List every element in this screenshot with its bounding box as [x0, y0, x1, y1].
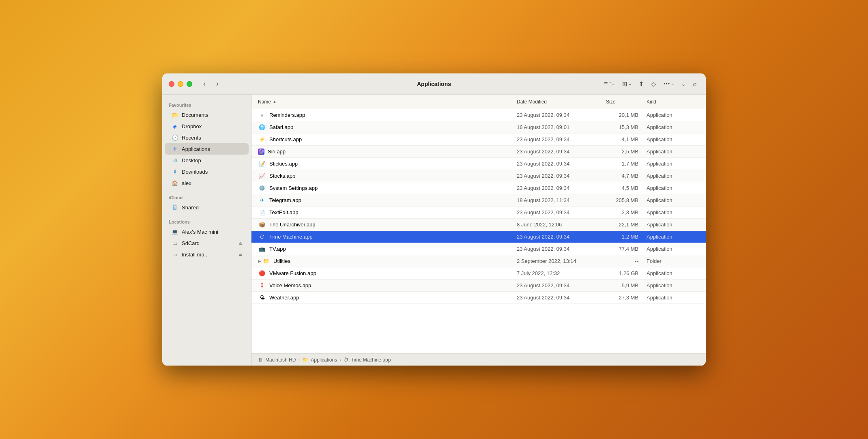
sidebar-item-label: Applications [182, 146, 210, 152]
file-kind: Application [647, 209, 699, 215]
file-icon: ⚙️ [258, 184, 266, 192]
file-date: 18 August 2022, 11:34 [517, 197, 606, 203]
col-kind-header[interactable]: Kind [647, 99, 699, 105]
sidebar-item-label: Documents [182, 112, 208, 118]
file-name: Weather.app [269, 295, 517, 301]
file-name: System Settings.app [269, 185, 517, 191]
sdcard-icon: ▭ [171, 239, 178, 247]
share-icon: ⬆ [639, 80, 644, 88]
close-button[interactable] [169, 81, 174, 87]
expand-arrow-icon[interactable]: ▶ [258, 259, 261, 263]
file-size: 1,7 MB [606, 161, 647, 167]
table-row[interactable]: 🎙 Voice Memos.app 23 August 2022, 09:34 … [251, 280, 706, 292]
table-row[interactable]: ≡ Reminders.app 23 August 2022, 09:34 20… [251, 109, 706, 121]
file-name: Siri.app [268, 148, 517, 155]
col-size-header[interactable]: Size [606, 99, 647, 105]
sidebar-item-applications[interactable]: ✈ Applications [165, 143, 249, 155]
file-size: 4,7 MB [606, 173, 647, 179]
table-row[interactable]: ⚡ Shortcuts.app 23 August 2022, 09:34 4,… [251, 133, 706, 146]
locations-label: Locations [162, 216, 251, 226]
file-name: Time Machine.app [269, 234, 517, 240]
file-icon: 🎙 [258, 282, 266, 290]
tag-icon: ◇ [651, 80, 656, 88]
recents-icon: 🕐 [171, 134, 178, 141]
toolbar-actions: ≡ ⌃⌄ ⊞ ⌄ ⬆ ◇ ••• ⌄ ⌄ ⌕ [602, 78, 699, 90]
file-size: 4,5 MB [606, 185, 647, 191]
back-button[interactable]: ‹ [199, 78, 210, 90]
table-row[interactable]: 🔮 Siri.app 23 August 2022, 09:34 2,5 MB … [251, 146, 706, 158]
file-icon: 📄 [258, 209, 266, 217]
file-kind: Application [647, 161, 699, 167]
sidebar-item-recents[interactable]: 🕐 Recents [165, 132, 249, 143]
table-row[interactable]: 📈 Stocks.app 23 August 2022, 09:34 4,7 M… [251, 170, 706, 182]
file-date: 23 August 2022, 09:34 [517, 161, 606, 167]
table-row[interactable]: 📦 The Unarchiver.app 8 June 2022, 12:06 … [251, 219, 706, 231]
file-size: 2,3 MB [606, 209, 647, 215]
file-date: 16 August 2022, 09:01 [517, 124, 606, 130]
file-kind: Application [647, 112, 699, 118]
col-date-header[interactable]: Date Modified [517, 99, 606, 105]
file-date: 23 August 2022, 09:34 [517, 234, 606, 240]
more-button[interactable]: ••• ⌄ [661, 78, 677, 90]
file-kind: Application [647, 270, 699, 276]
file-size: 5,9 MB [606, 282, 647, 288]
col-name-header[interactable]: Name ▲ [258, 99, 517, 105]
applications-icon: ✈ [171, 145, 178, 153]
sidebar-item-shared[interactable]: 🗄 Shared [165, 202, 249, 213]
sidebar-item-label: SdCard [182, 240, 200, 246]
desktop-icon: 🖥 [171, 157, 178, 164]
file-size: 22,1 MB [606, 222, 647, 228]
list-view-button[interactable]: ≡ ⌃⌄ [602, 78, 617, 90]
forward-button[interactable]: › [212, 78, 223, 90]
sidebar-item-downloads[interactable]: ⬇ Downloads [165, 166, 249, 177]
sidebar-item-label: Downloads [182, 169, 208, 175]
eject-install-icon[interactable]: ⏏ [238, 252, 242, 257]
table-row[interactable]: 🔴 VMware Fusion.app 7 July 2022, 12:32 1… [251, 267, 706, 280]
file-kind: Application [647, 185, 699, 191]
table-row[interactable]: ▶ 📁 Utilities 2 September 2022, 13:14 --… [251, 255, 706, 267]
file-size: 20,1 MB [606, 112, 647, 118]
file-kind: Application [647, 282, 699, 288]
favourites-label: Favourites [162, 99, 251, 109]
sort-button[interactable]: ⌄ [679, 78, 688, 90]
file-date: 23 August 2022, 09:34 [517, 185, 606, 191]
file-name: Reminders.app [269, 112, 517, 118]
file-kind: Application [647, 246, 699, 252]
back-icon: ‹ [203, 80, 206, 88]
share-button[interactable]: ⬆ [636, 78, 647, 90]
file-icon: ✈ [258, 196, 266, 204]
grid-view-button[interactable]: ⊞ ⌄ [620, 78, 634, 90]
column-header: Name ▲ Date Modified Size Kind [251, 95, 706, 109]
table-row[interactable]: ✈ Telegram.app 18 August 2022, 11:34 205… [251, 194, 706, 207]
file-name: Stocks.app [269, 173, 517, 179]
eject-icon[interactable]: ⏏ [238, 241, 242, 245]
sidebar-item-mac-mini[interactable]: 💻 Alex's Mac mini [165, 226, 249, 237]
sidebar-item-label: Alex's Mac mini [182, 229, 218, 235]
table-row[interactable]: 📄 TextEdit.app 23 August 2022, 09:34 2,3… [251, 207, 706, 219]
table-row[interactable]: 📝 Stickies.app 23 August 2022, 09:34 1,7… [251, 158, 706, 170]
documents-icon: 📁 [171, 111, 178, 118]
minimize-button[interactable] [178, 81, 183, 87]
file-size: 205,8 MB [606, 197, 647, 203]
sidebar-item-dropbox[interactable]: ◈ Dropbox [165, 121, 249, 132]
search-icon: ⌕ [693, 80, 697, 88]
search-button[interactable]: ⌕ [690, 78, 699, 90]
sidebar-item-label: alex [182, 180, 191, 186]
sidebar-item-sdcard[interactable]: ▭ SdCard ⏏ [165, 237, 249, 249]
sidebar-item-label: Recents [182, 135, 201, 141]
tag-button[interactable]: ◇ [649, 78, 659, 90]
maximize-button[interactable] [187, 81, 192, 87]
table-row[interactable]: ⏱ Time Machine.app 23 August 2022, 09:34… [251, 231, 706, 243]
table-row[interactable]: ⚙️ System Settings.app 23 August 2022, 0… [251, 182, 706, 194]
sidebar-item-documents[interactable]: 📁 Documents [165, 109, 249, 121]
statusbar: 🖥 Macintosh HD › 📁 Applications › ⏱ Time… [251, 353, 706, 366]
table-row[interactable]: 🌐 Safari.app 16 August 2022, 09:01 15,3 … [251, 121, 706, 133]
sidebar-item-desktop[interactable]: 🖥 Desktop [165, 155, 249, 166]
finder-window: ‹ › Applications ≡ ⌃⌄ ⊞ ⌄ ⬆ ◇ ••• [162, 73, 706, 366]
file-kind: Application [647, 222, 699, 228]
sidebar-item-alex[interactable]: 🏠 alex [165, 177, 249, 189]
file-kind: Application [647, 136, 699, 142]
sidebar-item-install[interactable]: ▭ Install ma... ⏏ [165, 249, 249, 260]
table-row[interactable]: 🌤 Weather.app 23 August 2022, 09:34 27,3… [251, 292, 706, 304]
table-row[interactable]: 📺 TV.app 23 August 2022, 09:34 77,4 MB A… [251, 243, 706, 255]
